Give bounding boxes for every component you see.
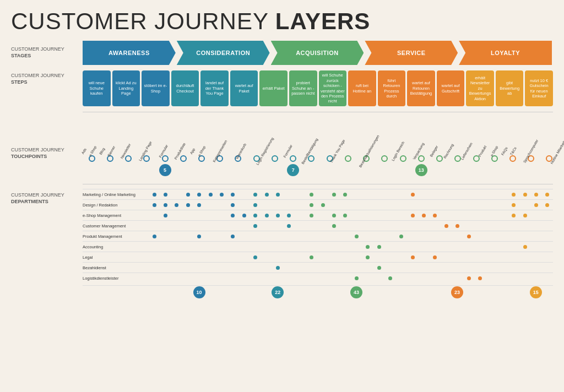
dept-dot-cell: [430, 200, 441, 210]
touchpoint-column: Rechnung: [442, 149, 459, 155]
dept-dot: [265, 214, 269, 217]
dept-dot: [411, 255, 415, 259]
dept-dot-cell: [486, 263, 497, 273]
dept-dot-cell: [306, 200, 317, 210]
dept-dot-cell: [171, 242, 182, 252]
count-cell: [302, 164, 321, 176]
dept-dot-cell: [418, 242, 429, 252]
steps-row: CUSTOMER JOURNEY STEPS will neue Schuhe …: [11, 70, 553, 106]
step-box: klickt Ad zu Landing Page: [112, 70, 140, 106]
touchpoint-column: Landing Page: [136, 149, 158, 155]
bottom-count-cell: [440, 286, 451, 299]
dept-dot-cell: [452, 242, 463, 252]
steps-boxes: will neue Schuhe kaufenklickt Ad zu Land…: [83, 70, 553, 106]
touchpoint-column: Produkt: [478, 149, 490, 155]
stages-row: CUSTOMER JOURNEY STAGES AWARENESSCONSIDE…: [11, 41, 553, 65]
dept-dot-cell: [272, 263, 283, 273]
dept-dot-cell: [160, 200, 171, 210]
touchpoint-column: Thank You Page: [326, 149, 352, 155]
bottom-count-cell: [519, 286, 530, 299]
touchpoint-column: Blog: [100, 149, 107, 155]
dept-dot-cell: [182, 189, 193, 199]
dept-dot: [287, 214, 291, 217]
dept-dot-cell: [542, 263, 553, 273]
dept-dot-cell: [474, 242, 485, 252]
dept-dot-cell: [474, 210, 485, 220]
touchpoint-count-badge: 13: [415, 164, 427, 176]
bottom-count-cell: [160, 286, 171, 299]
dept-dot-cell: [340, 210, 351, 220]
dept-dot-cell: [486, 221, 497, 231]
dept-dot-cell: [351, 263, 362, 273]
departments-section: CUSTOMER JOURNEY DEPARTMENTS Marketing /…: [11, 189, 553, 299]
dept-dot-cell: [250, 200, 261, 210]
dept-dot-cell: [396, 263, 407, 273]
dept-dot-cell: [216, 273, 227, 283]
bottom-count-cell: [418, 286, 429, 299]
dept-dot: [175, 203, 178, 207]
dept-dot: [523, 214, 527, 217]
dept-dot-cell: [306, 263, 317, 273]
dept-dot-cell: [317, 273, 328, 283]
count-cell: [265, 164, 284, 176]
dept-dot: [433, 255, 437, 259]
dept-dot-cell: [362, 210, 373, 220]
dept-dot-cell: [317, 263, 328, 273]
step-box: ruft bei Hotline an: [348, 70, 376, 106]
dept-dot-cell: [238, 273, 250, 283]
dept-dot-cell: [295, 252, 306, 262]
dept-dot-cell: [171, 189, 182, 199]
department-name: Accounting: [83, 244, 149, 249]
dept-dot-cell: [160, 221, 171, 231]
department-count-badge: 23: [451, 286, 463, 298]
dept-dot-cell: [384, 189, 395, 199]
dept-dot-cell: [519, 273, 530, 283]
dept-dot-cell: [250, 221, 261, 231]
dept-dot-cell: [474, 231, 485, 241]
department-row: Design / Redaktion: [83, 199, 553, 210]
department-name: Legal: [83, 255, 149, 260]
dept-dot-cell: [295, 221, 306, 231]
dept-dot-cell: [430, 189, 441, 199]
bottom-count-cell: [542, 286, 553, 299]
dept-dot-cell: [463, 273, 474, 283]
dept-dot-cell: [171, 210, 182, 220]
dept-dot-cell: [542, 189, 553, 199]
dept-dot-cell: [171, 252, 182, 262]
dept-dot-cell: [519, 252, 530, 262]
dept-dot-cell: [497, 189, 508, 199]
stage-consideration: CONSIDERATION: [177, 41, 270, 65]
count-cell: [247, 164, 265, 176]
dept-dot-cell: [250, 273, 261, 283]
dept-dot-cell: [362, 231, 373, 241]
step-box: führt Retouren Prozess durch: [378, 70, 406, 106]
bottom-count-cell: [407, 286, 418, 299]
dept-dot-cell: [171, 200, 182, 210]
dept-dot-cell: [362, 189, 373, 199]
dept-dot-cell: [452, 252, 463, 262]
touchpoints-grid: Adse-ShopBlogBannerNewsletterLanding Pag…: [83, 117, 564, 179]
dept-dot-cell: [396, 242, 407, 252]
dept-dot-cell: [463, 231, 474, 241]
stage-awareness: AWARENESS: [83, 41, 176, 65]
dept-dot-cell: [486, 273, 497, 283]
bottom-count-cell: 43: [350, 286, 362, 299]
dept-dot-cell: [284, 252, 295, 262]
dept-dot-cell: [295, 210, 306, 220]
dept-dot-cell: [497, 263, 508, 273]
department-count-badge: 15: [530, 286, 542, 298]
dept-dot: [310, 255, 313, 259]
dept-dot-cell: [463, 221, 474, 231]
dept-dot-cell: [474, 200, 485, 210]
dept-dot-cell: [497, 273, 508, 283]
departments-grid: Marketing / Online MarketingDesign / Red…: [83, 189, 553, 299]
bottom-count-cell: 15: [530, 286, 542, 299]
bottom-count-cell: [227, 286, 238, 299]
touchpoint-column: Beleger: [430, 149, 442, 155]
dept-dot-cell: [227, 242, 238, 252]
touchpoint-column: App: [191, 149, 198, 155]
dept-dot: [478, 276, 482, 280]
touchpoint-column: Formular: [158, 149, 172, 155]
dept-dot-cell: [284, 242, 295, 252]
bottom-count-cell: [384, 286, 395, 299]
